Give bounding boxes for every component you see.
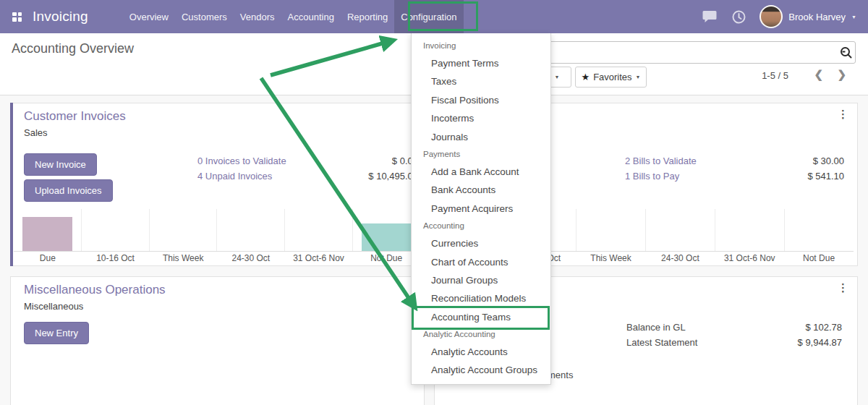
menu-overview[interactable]: Overview	[123, 0, 175, 33]
chart-x-labels: Due 10-16 Oct This Week 24-30 Oct 31 Oct…	[14, 253, 420, 263]
apps-grid-icon[interactable]	[12, 12, 22, 22]
kebab-menu-icon[interactable]	[838, 108, 848, 121]
menu-section-payments: Payments	[412, 146, 550, 163]
menu-item-fiscal-positions[interactable]: Fiscal Positions	[412, 91, 550, 109]
customer-invoices-card: Customer Invoices Sales New Invoice Uplo…	[10, 103, 425, 266]
new-invoice-button[interactable]: New Invoice	[24, 153, 97, 176]
journal-color-stripe	[10, 103, 13, 266]
breadcrumb: Accounting Overview	[12, 41, 134, 56]
amount-bills-pay: $ 541.10	[807, 171, 844, 182]
menu-item-add-bank-account[interactable]: Add a Bank Account	[412, 163, 550, 181]
activities-clock-icon[interactable]	[731, 9, 746, 25]
balance-in-gl-label[interactable]: Balance in GL	[626, 322, 686, 333]
menu-accounting[interactable]: Accounting	[281, 0, 341, 33]
misc-operations-card: Miscellaneous Operations Miscellaneous N…	[10, 276, 425, 405]
menu-item-reconciliation-models[interactable]: Reconciliation Models	[412, 289, 550, 307]
card-title[interactable]: Miscellaneous Operations	[24, 283, 166, 297]
star-icon	[581, 72, 590, 82]
unpaid-invoices-link[interactable]: 4 Unpaid Invoices	[197, 171, 272, 182]
bills-to-validate-link[interactable]: 2 Bills to Validate	[625, 155, 697, 166]
search-icon[interactable]	[836, 46, 855, 59]
card-subtitle: Sales	[24, 127, 48, 138]
navbar-right: Brook Harvey	[702, 5, 856, 28]
menu-reporting[interactable]: Reporting	[341, 0, 394, 33]
menu-item-analytic-accounts[interactable]: Analytic Accounts	[412, 343, 550, 361]
menu-item-payment-acquirers[interactable]: Payment Acquirers	[412, 200, 550, 218]
menu-item-incoterms[interactable]: Incoterms	[412, 109, 550, 127]
new-entry-button[interactable]: New Entry	[24, 322, 89, 344]
messages-icon[interactable]	[702, 9, 718, 25]
balance-in-gl-value: $ 102.78	[805, 322, 842, 333]
menu-item-journals[interactable]: Journals	[412, 128, 550, 146]
favorites-button[interactable]: Favorites	[575, 67, 647, 88]
menu-item-payment-terms[interactable]: Payment Terms	[412, 54, 550, 72]
configuration-dropdown: Invoicing Payment Terms Taxes Fiscal Pos…	[411, 33, 551, 385]
kebab-menu-icon[interactable]	[838, 281, 848, 294]
bar-not-due[interactable]	[362, 223, 412, 251]
menu-item-accounting-teams[interactable]: Accounting Teams	[412, 308, 550, 326]
menu-configuration[interactable]: Configuration	[394, 0, 463, 33]
menu-section-accounting: Accounting	[412, 218, 550, 234]
bills-to-pay-link[interactable]: 1 Bills to Pay	[625, 171, 679, 182]
menu-section-invoicing: Invoicing	[412, 38, 550, 54]
partial-hidden-text: ments	[548, 370, 573, 380]
invoices-bar-chart[interactable]	[14, 209, 420, 252]
upload-invoices-button[interactable]: Upload Invoices	[24, 179, 113, 202]
app-title[interactable]: Invoicing	[33, 9, 88, 25]
menu-item-chart-of-accounts[interactable]: Chart of Accounts	[412, 253, 550, 271]
user-avatar	[760, 5, 783, 28]
menu-item-journal-groups[interactable]: Journal Groups	[412, 271, 550, 289]
card-subtitle: Miscellaneous	[24, 301, 83, 312]
top-navbar: Invoicing Overview Customers Vendors Acc…	[0, 0, 868, 33]
invoicing-dashboard: Invoicing Overview Customers Vendors Acc…	[0, 0, 868, 405]
latest-statement-label[interactable]: Latest Statement	[626, 337, 697, 348]
pager-counter: 1-5 / 5	[762, 70, 788, 81]
caret-down-icon	[554, 72, 559, 82]
user-menu[interactable]: Brook Harvey	[760, 5, 856, 28]
card-title[interactable]: Customer Invoices	[24, 109, 126, 124]
pager-previous-button[interactable]	[814, 68, 823, 81]
invoices-to-validate-link[interactable]: 0 Invoices to Validate	[197, 155, 286, 166]
caret-down-icon	[636, 72, 641, 82]
latest-statement-value: $ 9,944.87	[798, 337, 842, 348]
menu-vendors[interactable]: Vendors	[234, 0, 281, 33]
menu-item-bank-accounts[interactable]: Bank Accounts	[412, 181, 550, 199]
user-name: Brook Harvey	[788, 12, 846, 22]
menu-item-currencies[interactable]: Currencies	[412, 234, 550, 252]
menu-section-analytic-accounting: Analytic Accounting	[412, 326, 550, 343]
menu-item-analytic-account-groups[interactable]: Analytic Account Groups	[412, 361, 550, 379]
menu-customers[interactable]: Customers	[175, 0, 234, 33]
caret-down-icon	[851, 10, 856, 23]
pager-next-button[interactable]	[837, 68, 846, 81]
bar-due[interactable]	[22, 217, 72, 251]
amount-bills-validate: $ 30.00	[813, 155, 844, 166]
menu-item-taxes[interactable]: Taxes	[412, 72, 550, 90]
main-menu: Overview Customers Vendors Accounting Re…	[123, 0, 464, 33]
